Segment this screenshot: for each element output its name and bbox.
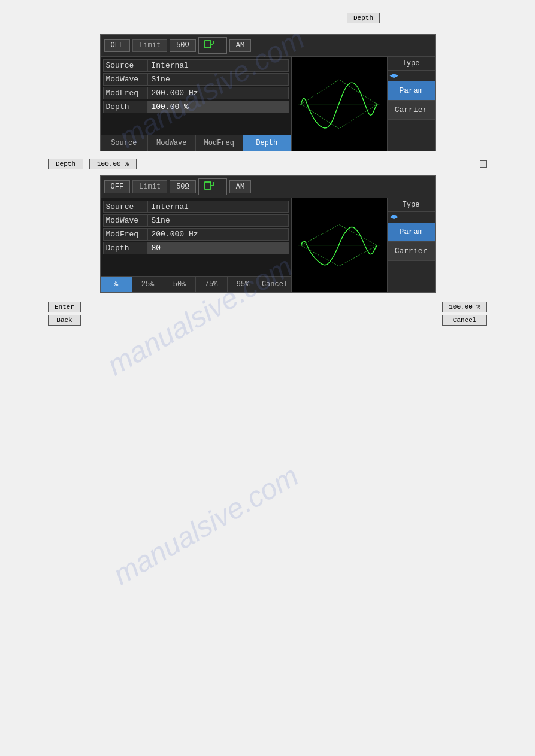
panel1-carrier-button[interactable]: Carrier (388, 101, 435, 120)
panel1-waveform (291, 57, 387, 151)
panel2-ohm-button[interactable]: 50Ω (170, 180, 196, 193)
panel1-off-button[interactable]: OFF (104, 39, 131, 52)
panel2-am-button[interactable]: AM (229, 180, 251, 193)
panel2-sidebar: Type ◄► Param Carrier (387, 198, 435, 292)
panel2-wave-button[interactable] (198, 178, 227, 195)
panel2-param-table: Source Internal ModWave Sine ModFreq 200… (101, 198, 291, 258)
bottom-back-button[interactable]: Back (48, 315, 81, 326)
panel2-limit-button[interactable]: Limit (132, 180, 167, 193)
panel1-ohm-button[interactable]: 50Ω (170, 39, 196, 52)
panel1-param-button[interactable]: Param (388, 81, 435, 101)
panel1-left: Source Internal ModWave Sine ModFreq 200… (101, 57, 291, 151)
panel1-modwave-label: ModWave (103, 73, 148, 86)
panel1-row-source: Source Internal (103, 59, 289, 72)
panel2-source-value: Internal (148, 201, 289, 213)
panel1-row-modfreq: ModFreq 200.000 Hz (103, 87, 289, 99)
panel1-param-table: Source Internal ModWave Sine ModFreq 200… (101, 57, 291, 117)
bottom-enter-button[interactable]: Enter (48, 302, 81, 312)
panel1-tabs: Source ModWave ModFreq Depth (101, 135, 291, 151)
panel2-param-button[interactable]: Param (388, 223, 435, 242)
panel2-waveform (291, 198, 387, 292)
panel2-depth-value: 80 (148, 242, 289, 254)
panel1-row-modwave: ModWave Sine (103, 73, 289, 86)
panel1: OFF Limit 50Ω AM (100, 34, 436, 151)
panel1-am-button[interactable]: AM (229, 39, 251, 52)
panel2-modwave-label: ModWave (103, 214, 148, 227)
panel2-tab-95[interactable]: 95% (228, 277, 259, 292)
panel1-sidebar-arrow: ◄► (388, 71, 435, 81)
panel2-row-modwave: ModWave Sine (103, 214, 289, 227)
panel2-row-depth: Depth 80 (103, 242, 289, 254)
panel1-modwave-value: Sine (148, 73, 289, 86)
panel2-tabs: % 25% 50% 75% 95% Cancel (101, 276, 291, 292)
panel1-row-depth: Depth 100.00 % (103, 101, 289, 113)
bottom-left-group: Enter Back (48, 302, 81, 326)
panel1-modfreq-label: ModFreq (103, 87, 148, 99)
bottom-right-group: 100.00 % Cancel (442, 302, 487, 326)
panel2-content: Source Internal ModWave Sine ModFreq 200… (101, 198, 435, 292)
panel1-source-value: Internal (148, 59, 289, 72)
panel1-tab-depth[interactable]: Depth (243, 135, 291, 151)
panel1-depth-value: 100.00 % (148, 101, 289, 113)
panel1-tab-modwave[interactable]: ModWave (148, 135, 196, 151)
panel2-left: Source Internal ModWave Sine ModFreq 200… (101, 198, 291, 292)
panel1-top-bar: OFF Limit 50Ω AM (101, 35, 435, 57)
panel1-type-label: Type (388, 57, 435, 71)
depth-top-button[interactable]: Depth (347, 13, 380, 23)
watermark3: manualsive.com (107, 459, 304, 591)
panel1-depth-label: Depth (103, 101, 148, 113)
between-depth-button[interactable]: Depth (48, 159, 83, 169)
panel2-tab-pct[interactable]: % (101, 277, 132, 292)
panel2-top-bar: OFF Limit 50Ω AM (101, 176, 435, 198)
panel2-depth-label: Depth (103, 242, 148, 254)
between-section: Depth 100.00 % (12, 159, 523, 169)
panel1-tab-modfreq[interactable]: ModFreq (196, 135, 244, 151)
panel2-carrier-button[interactable]: Carrier (388, 242, 435, 261)
panel2-row-modfreq: ModFreq 200.000 Hz (103, 228, 289, 241)
panel1-tab-source[interactable]: Source (101, 135, 149, 151)
panel2: OFF Limit 50Ω AM So (100, 175, 436, 293)
panel2-type-label: Type (388, 198, 435, 212)
panel2-row-source: Source Internal (103, 201, 289, 213)
panel2-off-button[interactable]: OFF (104, 180, 131, 193)
panel2-modfreq-label: ModFreq (103, 228, 148, 241)
panel2-modfreq-value: 200.000 Hz (148, 228, 289, 241)
svg-rect-6 (205, 182, 211, 189)
between-value-button[interactable]: 100.00 % (89, 159, 137, 169)
panel2-modwave-value: Sine (148, 214, 289, 227)
panel2-sidebar-arrow: ◄► (388, 212, 435, 223)
panel2-source-label: Source (103, 201, 148, 213)
bottom-value-button[interactable]: 100.00 % (442, 302, 487, 312)
panel2-tab-cancel[interactable]: Cancel (259, 277, 291, 292)
bottom-cancel-button[interactable]: Cancel (442, 315, 487, 326)
panel2-tab-75[interactable]: 75% (196, 277, 228, 292)
panel1-source-label: Source (103, 59, 148, 72)
svg-rect-0 (205, 41, 211, 48)
panel1-wave-button[interactable] (198, 37, 227, 54)
panel1-content: Source Internal ModWave Sine ModFreq 200… (101, 57, 435, 151)
panel1-limit-button[interactable]: Limit (132, 39, 167, 52)
panel1-sidebar: Type ◄► Param Carrier (387, 57, 435, 151)
panel1-modfreq-value: 200.000 Hz (148, 87, 289, 99)
panel2-tab-25[interactable]: 25% (132, 277, 164, 292)
panel2-tab-50[interactable]: 50% (164, 277, 196, 292)
bottom-labels: Enter Back 100.00 % Cancel (12, 302, 523, 326)
between-small-square (480, 160, 487, 168)
